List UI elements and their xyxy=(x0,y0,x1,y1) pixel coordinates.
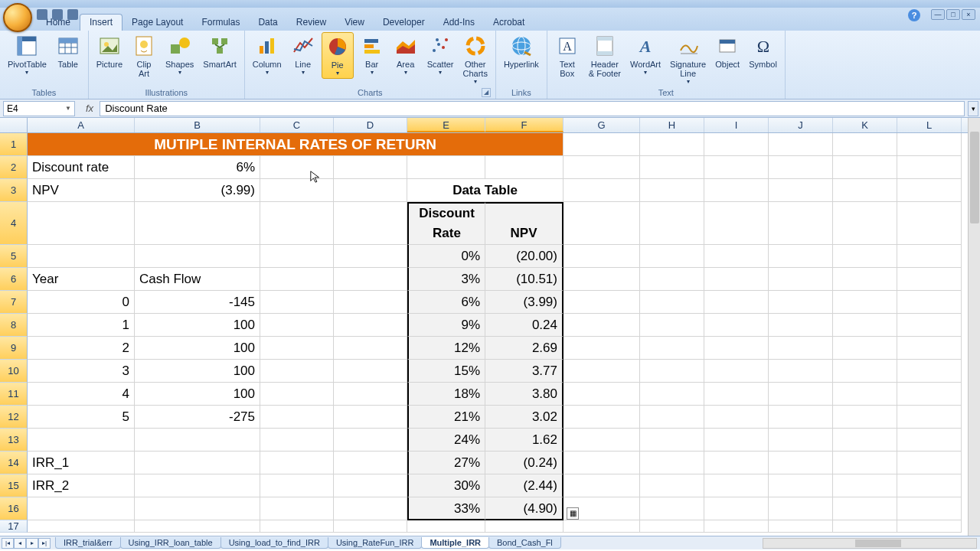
cell[interactable] xyxy=(640,314,704,337)
cell[interactable] xyxy=(769,360,833,383)
object-button[interactable]: Object xyxy=(712,32,743,70)
cell[interactable] xyxy=(135,497,260,520)
tab-formulas[interactable]: Formulas xyxy=(192,15,249,31)
cell[interactable] xyxy=(769,520,833,533)
cell[interactable] xyxy=(564,360,640,383)
cell[interactable] xyxy=(135,452,260,474)
cell[interactable] xyxy=(897,406,962,429)
cell[interactable] xyxy=(833,497,897,520)
cell[interactable] xyxy=(833,314,897,337)
dt-npv[interactable]: 3.80 xyxy=(485,383,564,406)
bar-button[interactable]: Bar▾ xyxy=(357,32,387,77)
cell[interactable] xyxy=(334,202,407,245)
tab-page-layout[interactable]: Page Layout xyxy=(122,15,192,31)
col-header-J[interactable]: J xyxy=(769,118,833,132)
cell[interactable] xyxy=(334,314,407,337)
help-icon[interactable]: ? xyxy=(908,9,920,21)
cell[interactable] xyxy=(897,474,962,497)
cell[interactable] xyxy=(407,156,485,179)
dt-rate[interactable]: 18% xyxy=(407,383,485,406)
row-header-14[interactable]: 14 xyxy=(0,452,28,474)
row-header-13[interactable]: 13 xyxy=(0,429,28,452)
cell[interactable] xyxy=(564,383,640,406)
cell[interactable] xyxy=(640,406,704,429)
cell[interactable]: NPV xyxy=(28,179,135,202)
cell[interactable]: 3 xyxy=(28,360,135,383)
dt-rate[interactable]: 33% xyxy=(407,497,485,520)
horizontal-scrollbar[interactable] xyxy=(763,538,977,549)
cell[interactable] xyxy=(334,383,407,406)
col-header-I[interactable]: I xyxy=(704,118,769,132)
sheet-tab-using_irr_loan_table[interactable]: Using_IRR_loan_table xyxy=(120,537,221,549)
cell[interactable] xyxy=(640,474,704,497)
cell[interactable] xyxy=(334,179,407,202)
cell[interactable] xyxy=(260,452,334,474)
col-header-C[interactable]: C xyxy=(260,118,334,132)
cell[interactable] xyxy=(564,452,640,474)
cell[interactable] xyxy=(769,474,833,497)
dt-npv[interactable]: (20.00) xyxy=(485,245,564,268)
cell[interactable] xyxy=(897,268,962,291)
cell[interactable] xyxy=(260,245,334,268)
cell[interactable] xyxy=(769,179,833,202)
cell[interactable] xyxy=(769,314,833,337)
column-button[interactable]: Column▾ xyxy=(250,32,285,77)
cell[interactable] xyxy=(833,202,897,245)
cell[interactable] xyxy=(833,133,897,156)
row-header-2[interactable]: 2 xyxy=(0,156,28,179)
sheet-tab-using_ratefun_irr[interactable]: Using_RateFun_IRR xyxy=(328,537,423,549)
sheet-tab-multiple_irr[interactable]: Multiple_IRR xyxy=(421,537,489,549)
cell[interactable] xyxy=(334,245,407,268)
sigline-button[interactable]: SignatureLine▾ xyxy=(667,32,709,86)
dt-rate[interactable]: 12% xyxy=(407,337,485,360)
cell[interactable] xyxy=(564,291,640,314)
cell[interactable]: 100 xyxy=(135,360,260,383)
row-header-16[interactable]: 16 xyxy=(0,497,28,520)
cell[interactable]: -275 xyxy=(135,406,260,429)
cell[interactable] xyxy=(769,202,833,245)
cell[interactable] xyxy=(769,406,833,429)
picture-button[interactable]: Picture xyxy=(93,32,126,70)
cell[interactable] xyxy=(704,314,769,337)
cell[interactable] xyxy=(260,268,334,291)
cell[interactable] xyxy=(334,406,407,429)
cell[interactable] xyxy=(704,474,769,497)
cell[interactable]: -145 xyxy=(135,291,260,314)
cell[interactable] xyxy=(704,179,769,202)
cell[interactable] xyxy=(833,291,897,314)
col-header-H[interactable]: H xyxy=(640,118,704,132)
cell[interactable]: 6% xyxy=(135,156,260,179)
cell[interactable] xyxy=(640,429,704,452)
cell[interactable] xyxy=(769,337,833,360)
title-cell[interactable]: MUTIPLE INTERNAL RATES OF RETURN xyxy=(28,133,564,156)
dt-npv[interactable]: 2.69 xyxy=(485,337,564,360)
cell[interactable] xyxy=(704,245,769,268)
cell[interactable] xyxy=(704,383,769,406)
cell[interactable] xyxy=(564,474,640,497)
sheet-tab-irr_trial&err[interactable]: IRR_trial&err xyxy=(55,537,121,549)
dt-header-npv[interactable]: NPV xyxy=(485,202,564,245)
cell[interactable] xyxy=(640,179,704,202)
cell[interactable] xyxy=(769,245,833,268)
cell[interactable] xyxy=(897,337,962,360)
dt-npv[interactable]: (3.99) xyxy=(485,291,564,314)
cell[interactable] xyxy=(640,497,704,520)
cell[interactable] xyxy=(640,156,704,179)
vertical-scrollbar[interactable] xyxy=(968,118,980,536)
cell[interactable] xyxy=(704,291,769,314)
col-header-A[interactable]: A xyxy=(28,118,135,132)
cell[interactable] xyxy=(704,337,769,360)
cell[interactable] xyxy=(407,520,485,533)
col-header-E[interactable]: E xyxy=(407,118,485,132)
tab-data[interactable]: Data xyxy=(249,15,286,31)
sheet-nav-next[interactable]: ▸ xyxy=(26,538,38,549)
cell[interactable] xyxy=(135,245,260,268)
fx-icon[interactable]: fx xyxy=(86,103,93,114)
sheet-tab-using_load_to_find_irr[interactable]: Using_load_to_find_IRR xyxy=(220,537,328,549)
pie-button[interactable]: Pie▾ xyxy=(322,32,354,79)
line-button[interactable]: Line▾ xyxy=(288,32,318,77)
spreadsheet-grid[interactable]: ABCDEFGHIJKL 1MUTIPLE INTERNAL RATES OF … xyxy=(0,118,980,536)
cell[interactable] xyxy=(640,360,704,383)
symbol-button[interactable]: ΩSymbol xyxy=(746,32,780,70)
textbox-button[interactable]: ATextBox xyxy=(552,32,583,80)
